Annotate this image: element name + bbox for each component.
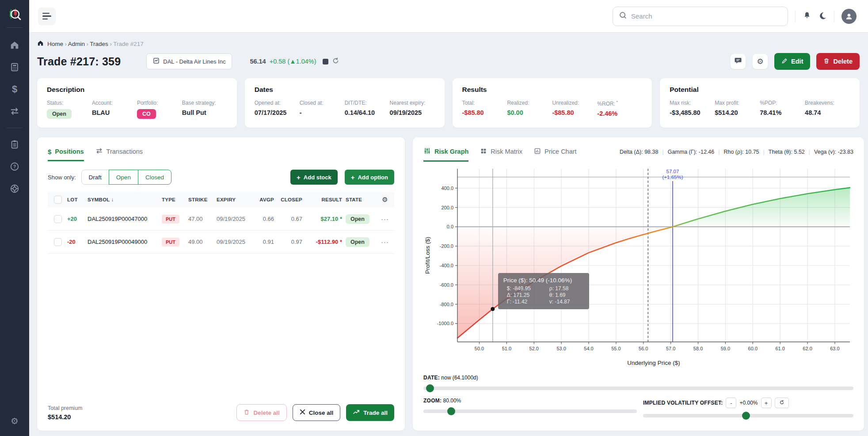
trend-up-icon xyxy=(353,409,360,417)
main-content: Home › Admin › Trades › Trade #217 Trade… xyxy=(29,0,868,431)
add-stock-button[interactable]: +Add stock xyxy=(290,170,338,185)
ticker-chip[interactable]: DAL - Delta Air Lines Inc xyxy=(146,53,232,69)
card-field: Opened at:07/17/2025 xyxy=(255,100,300,116)
quote-price: 56.14 xyxy=(250,58,266,65)
positions-panel: $PositionsTransactions Show only: DraftO… xyxy=(37,137,405,431)
card-field: DIT/DTE:0.14/64.10 xyxy=(345,100,390,116)
table-settings-icon[interactable]: ⚙ xyxy=(376,196,394,204)
iv-slider-thumb[interactable] xyxy=(742,412,750,420)
trade-all-button[interactable]: Trade all xyxy=(346,404,394,421)
delete-all-button[interactable]: Delete all xyxy=(236,404,286,421)
tab-risk-graph[interactable]: Risk Graph xyxy=(423,147,468,162)
sidebar-item-support[interactable] xyxy=(6,180,23,197)
greek-value: Rho (ρ): 10.75 xyxy=(723,149,759,155)
breadcrumb-item[interactable]: Trades xyxy=(90,41,108,47)
sidebar-item-journal[interactable] xyxy=(6,58,23,76)
add-option-button[interactable]: +Add option xyxy=(345,170,394,185)
select-all-checkbox[interactable] xyxy=(54,196,62,204)
summary-cards: DescriptionStatus:OpenAccount:BLAUPortfo… xyxy=(37,78,860,128)
svg-text:-200.0: -200.0 xyxy=(440,243,453,249)
card-field: Total:-$85.80 xyxy=(462,100,507,117)
risk-matrix-icon xyxy=(480,148,487,156)
positions-tabs: $PositionsTransactions xyxy=(48,147,394,162)
row-actions-button[interactable]: ··· xyxy=(376,215,394,223)
card-field: %POP:78.41% xyxy=(760,100,805,116)
menu-toggle-button[interactable] xyxy=(38,8,56,25)
comments-button[interactable] xyxy=(730,53,746,69)
sidebar-item-transactions[interactable] xyxy=(6,102,23,120)
bell-icon xyxy=(803,11,811,21)
table-row: -20DAL250919P00049000PUT49.0009/19/20250… xyxy=(48,231,394,254)
greek-value: Delta (Δ): 98.38 xyxy=(620,149,659,155)
edit-button[interactable]: Edit xyxy=(774,53,810,70)
svg-text:?: ? xyxy=(13,164,16,169)
date-slider-thumb[interactable] xyxy=(426,384,434,392)
tab-risk-matrix[interactable]: Risk Matrix xyxy=(480,147,522,162)
status-badge: CO xyxy=(137,109,156,119)
column-header-expiry[interactable]: EXPIRY xyxy=(215,197,253,202)
stop-refresh-icon[interactable] xyxy=(323,59,328,64)
cell-lot: -20 xyxy=(65,239,86,245)
zoom-slider[interactable] xyxy=(423,407,637,415)
iv-offset-slider[interactable] xyxy=(643,412,853,420)
dark-mode-toggle[interactable] xyxy=(819,11,827,21)
user-avatar[interactable] xyxy=(841,9,857,24)
svg-text:400.0: 400.0 xyxy=(441,186,453,191)
tab-positions[interactable]: $Positions xyxy=(48,148,84,161)
row-checkbox[interactable] xyxy=(54,238,62,246)
delete-button[interactable]: Delete xyxy=(816,53,860,70)
filter-draft[interactable]: Draft xyxy=(81,170,109,185)
breadcrumb-item[interactable]: Admin xyxy=(68,41,85,47)
topbar-divider xyxy=(834,11,834,22)
svg-text:59.0: 59.0 xyxy=(721,346,730,351)
sidebar-item-settings[interactable]: ⚙ xyxy=(6,412,23,430)
quote: 56.14 +0.58 (▲1.04%) xyxy=(250,57,339,66)
svg-text:54.0: 54.0 xyxy=(584,346,593,351)
sidebar-item-help[interactable]: ? xyxy=(6,158,23,175)
risk-graph-chart[interactable]: 50.051.052.053.054.055.056.057.058.059.0… xyxy=(423,165,853,368)
sidebar-item-money[interactable]: $ xyxy=(6,80,23,98)
swap-arrows-icon xyxy=(10,106,19,116)
column-header-result[interactable]: RESULT xyxy=(304,197,344,202)
iv-reset-button[interactable] xyxy=(775,398,789,408)
state-filter: DraftOpenClosed xyxy=(81,170,171,185)
tab-transactions[interactable]: Transactions xyxy=(95,147,143,162)
page-title: Trade #217: 359 xyxy=(37,55,121,68)
column-header-symbol[interactable]: SYMBOL ↓ xyxy=(86,197,160,202)
svg-text:58.0: 58.0 xyxy=(693,346,703,351)
trade-settings-button[interactable]: ⚙ xyxy=(752,53,768,69)
search-input[interactable] xyxy=(631,12,781,20)
breadcrumb-item[interactable]: Home xyxy=(47,41,63,47)
row-checkbox[interactable] xyxy=(54,215,62,223)
filter-closed[interactable]: Closed xyxy=(138,170,171,185)
app-logo[interactable] xyxy=(6,5,23,23)
iv-increase-button[interactable]: + xyxy=(761,398,772,408)
column-header-avgp[interactable]: AVGP xyxy=(253,197,276,202)
date-slider[interactable] xyxy=(423,384,853,392)
trash-icon xyxy=(823,57,830,65)
search-box xyxy=(613,7,788,26)
notifications-button[interactable] xyxy=(803,11,811,21)
zoom-slider-thumb[interactable] xyxy=(447,407,455,415)
column-header-type[interactable]: TYPE xyxy=(160,197,187,202)
iv-decrease-button[interactable]: - xyxy=(726,398,736,408)
trash-icon xyxy=(244,409,250,417)
column-header-strike[interactable]: STRIKE xyxy=(187,197,215,202)
column-header-lot[interactable]: LOT xyxy=(65,197,86,202)
column-header-closep[interactable]: CLOSEP xyxy=(276,197,304,202)
refresh-icon[interactable] xyxy=(332,57,339,66)
sidebar-item-watchlist[interactable] xyxy=(6,136,23,153)
sidebar-item-home[interactable] xyxy=(6,36,23,54)
row-actions-button[interactable]: ··· xyxy=(376,238,394,246)
filter-open[interactable]: Open xyxy=(109,170,138,185)
tab-price-chart[interactable]: Price Chart xyxy=(534,147,577,162)
summary-card-dates: DatesOpened at:07/17/2025Closed at:-DIT/… xyxy=(245,78,445,128)
svg-text:51.0: 51.0 xyxy=(502,346,511,351)
card-field: Portfolio:CO xyxy=(137,100,182,119)
help-circle-icon: ? xyxy=(10,162,19,171)
close-all-button[interactable]: Close all xyxy=(293,404,341,421)
total-premium-label: Total premium xyxy=(48,405,83,411)
column-header-state[interactable]: STATE xyxy=(344,197,376,202)
summary-card-description: DescriptionStatus:OpenAccount:BLAUPortfo… xyxy=(37,78,237,128)
iv-offset-value: +0.00% xyxy=(739,400,758,406)
